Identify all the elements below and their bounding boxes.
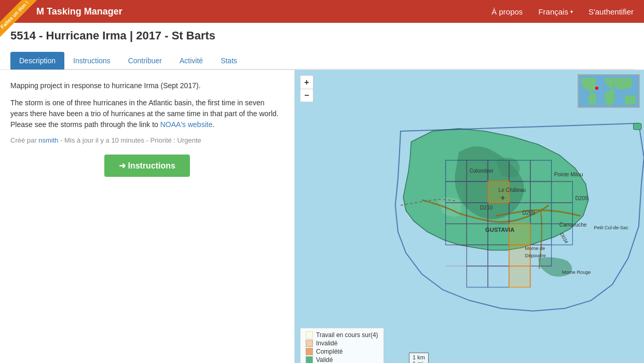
label-colombier: Colombier	[470, 168, 494, 174]
legend-swatch-complete	[306, 348, 313, 355]
instructions-btn-arrow: ➜	[119, 161, 126, 170]
donate-ribbon-text: Faites un don !	[0, 0, 37, 37]
tab-stats[interactable]: Stats	[212, 52, 246, 69]
legend-travail: Travail en cours sur(4)	[306, 331, 378, 339]
scale-km: 1 km	[413, 354, 425, 360]
legend-invalide: Invalidé	[306, 340, 378, 347]
scale-bar: 1 km 1 mi	[409, 353, 429, 363]
label-d209: D209	[575, 196, 588, 201]
svg-rect-39	[509, 266, 530, 287]
label-depoudre: Dépoudre	[525, 253, 546, 258]
label-d210: D210	[480, 205, 493, 211]
main-map-svg[interactable]: GUSTAVIA Le Château Colombier Pointe Mil…	[295, 70, 644, 363]
donate-ribbon[interactable]: Faites un don !	[0, 0, 42, 41]
small-island-1	[634, 123, 641, 130]
legend-swatch-travail	[306, 331, 313, 339]
header: M Tasking Manager À propos Français ▾ S'…	[0, 0, 644, 23]
nav-langue[interactable]: Français ▾	[538, 7, 573, 16]
label-mornerouge: Morne Rouge	[562, 270, 591, 275]
tab-contribuer[interactable]: Contribuer	[119, 52, 171, 69]
page-title-area: 5514 - Hurricane Irma | 2017 - St Barts	[0, 23, 644, 43]
tab-description[interactable]: Description	[10, 52, 64, 69]
map-controls: + −	[300, 75, 313, 102]
tab-bar: Description Instructions Contribuer Acti…	[10, 52, 634, 69]
label-d209b: D209	[522, 210, 535, 216]
priority-value: Urgente	[177, 136, 201, 144]
legend-valide: Validé	[306, 356, 378, 363]
header-nav: À propos Français ▾ S'authentifier	[491, 7, 634, 16]
map-panel: + −	[295, 70, 644, 363]
label-camaruche: Camaruche	[559, 222, 587, 228]
legend-swatch-invalide	[306, 340, 313, 347]
map-legend: Travail en cours sur(4) Invalidé Complét…	[300, 328, 384, 363]
legend-complete: Complété	[306, 348, 378, 355]
tab-instructions[interactable]: Instructions	[64, 52, 119, 69]
airport-symbol: ✈	[500, 194, 505, 202]
langue-caret: ▾	[570, 9, 573, 15]
zoom-out-button[interactable]: −	[300, 89, 313, 102]
left-panel: Mapping project in response to hurricane…	[0, 70, 295, 363]
app-title: M Tasking Manager	[36, 6, 491, 17]
nav-auth[interactable]: S'authentifier	[588, 7, 634, 16]
nav-apropos[interactable]: À propos	[491, 7, 523, 16]
legend-swatch-valide	[306, 356, 313, 363]
description-para2: The storm is one of three hurricanes in …	[10, 97, 284, 130]
instructions-button[interactable]: ➜ Instructions	[104, 155, 190, 177]
label-pointemilou: Pointe Milou	[554, 172, 583, 177]
author-link[interactable]: nsmith	[38, 136, 58, 144]
meta-info: Créé par nsmith - Mis à jour il y a 10 m…	[10, 136, 284, 144]
description-para1: Mapping project in response to hurricane…	[10, 80, 284, 91]
page-title: 5514 - Hurricane Irma | 2017 - St Barts	[10, 29, 634, 43]
zoom-in-button[interactable]: +	[300, 75, 313, 89]
svg-point-1	[595, 87, 598, 90]
mini-world-map	[578, 74, 640, 108]
label-lechateau: Le Château	[499, 187, 526, 193]
tabs-area: Description Instructions Contribuer Acti…	[0, 48, 644, 69]
mini-map-svg	[579, 75, 640, 108]
label-gustavia: GUSTAVIA	[485, 227, 514, 233]
content-area: Mapping project in response to hurricane…	[0, 69, 644, 363]
noaa-link[interactable]: NOAA's website	[160, 120, 213, 129]
label-mornede: Morne de	[525, 246, 545, 251]
instructions-btn-wrapper: ➜ Instructions	[10, 155, 284, 177]
scale-mi: 1 mi	[413, 360, 425, 363]
label-petitcul: Petit Cul-de-Sac	[594, 225, 628, 230]
tab-activite[interactable]: Activité	[171, 52, 212, 69]
